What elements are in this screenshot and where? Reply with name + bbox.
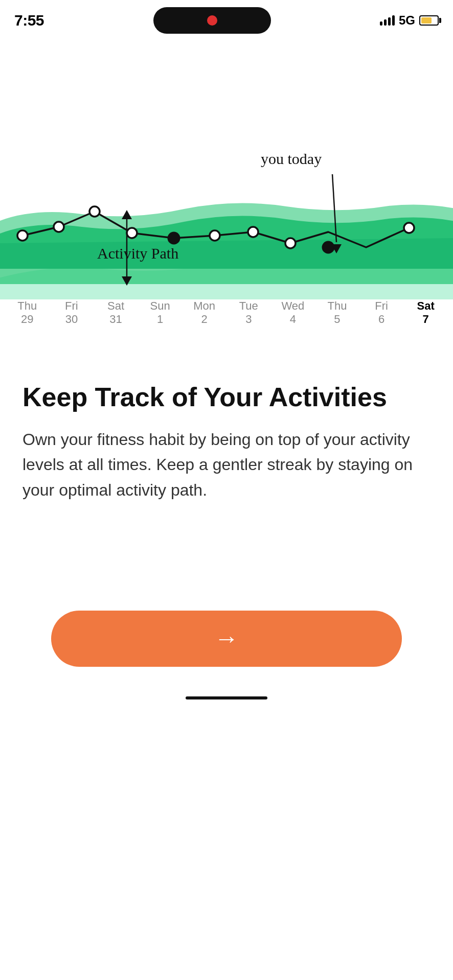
battery-icon <box>419 15 439 26</box>
xaxis-item-tue3: Tue3 <box>228 299 269 326</box>
main-content: Keep Track of Your Activities Own your f… <box>0 352 453 503</box>
status-time: 7:55 <box>14 12 44 29</box>
xaxis-item-wed4: Wed4 <box>273 299 313 326</box>
next-button[interactable]: → <box>51 611 402 667</box>
you-today-label: you today <box>261 150 322 167</box>
bottom-section: → <box>0 503 453 708</box>
activity-path-label: Activity Path <box>97 245 178 262</box>
xaxis-item-sun1: Sun1 <box>140 299 180 326</box>
home-indicator <box>186 696 267 699</box>
network-type: 5G <box>399 13 415 28</box>
chart-point-tue3 <box>210 230 220 241</box>
svg-marker-3 <box>122 210 132 219</box>
chart-point-sun1 <box>127 228 137 238</box>
cta-section: → <box>0 611 453 667</box>
xaxis-item-fri6: Fri6 <box>361 299 402 326</box>
xaxis-item-sat7: Sat7 <box>405 299 446 326</box>
chart-point-mon2 <box>168 232 179 244</box>
xaxis-item-fri30: Fri30 <box>51 299 92 326</box>
dynamic-island <box>153 7 271 34</box>
chart-point-fri30 <box>54 222 64 232</box>
chart-point-sat31 <box>89 206 100 217</box>
chart-point-fri6 <box>323 242 334 253</box>
chart-point-wed4 <box>248 227 258 237</box>
page-title: Keep Track of Your Activities <box>22 382 431 413</box>
activity-chart: you today Activity Path <box>0 85 453 299</box>
xaxis-item-thu29: Thu29 <box>7 299 48 326</box>
status-right: 5G <box>380 13 439 28</box>
chart-point-thu29 <box>17 230 28 241</box>
battery-fill <box>421 17 432 24</box>
recording-indicator <box>207 15 217 26</box>
xaxis-item-mon2: Mon2 <box>184 299 225 326</box>
chart-point-sat7 <box>404 223 414 233</box>
xaxis-item-thu5: Thu5 <box>316 299 357 326</box>
chart-svg: you today Activity Path <box>0 85 453 299</box>
chart-point-thu5 <box>285 238 296 248</box>
status-bar: 7:55 5G <box>0 0 453 39</box>
signal-icon <box>380 15 395 26</box>
xaxis: Thu29Fri30Sat31Sun1Mon2Tue3Wed4Thu5Fri6S… <box>0 299 453 326</box>
arrow-icon: → <box>214 624 239 652</box>
page-description: Own your fitness habit by being on top o… <box>22 427 431 503</box>
xaxis-item-sat31: Sat31 <box>95 299 136 326</box>
